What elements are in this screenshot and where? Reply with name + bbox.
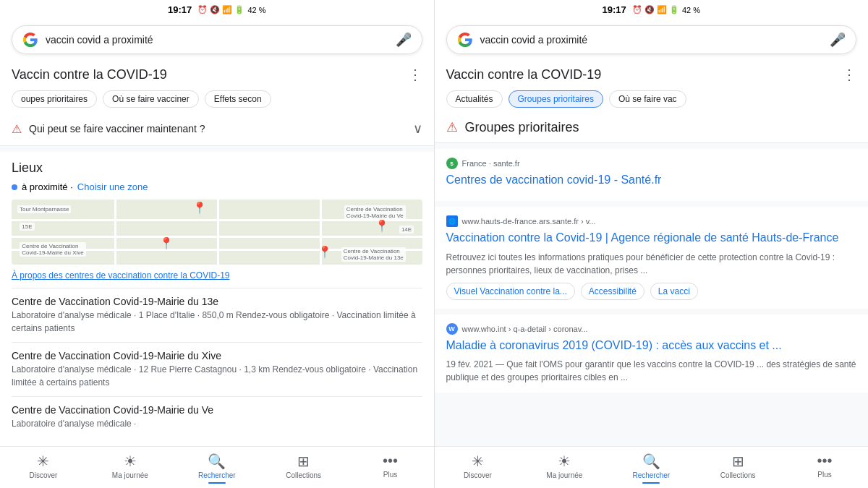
lieux-title-left: Lieux xyxy=(12,160,422,176)
sub-link-1[interactable]: Visuel Vaccination contre la... xyxy=(446,283,575,300)
sub-links-hauts: Visuel Vaccination contre la... Accessib… xyxy=(446,283,857,300)
google-logo-right xyxy=(457,32,473,48)
search-bar-left[interactable]: vaccin covid a proximité 🎤 xyxy=(12,25,422,54)
nav-discover-left[interactable]: ✳ Discover xyxy=(0,451,87,485)
search-bar-container-right: vaccin covid a proximité 🎤 xyxy=(435,20,869,60)
search-query-right[interactable]: vaccin covid a proximité xyxy=(480,34,823,46)
who-icon: W xyxy=(446,323,458,335)
chevron-icon-left: ∨ xyxy=(413,121,422,137)
result-source-sante: $ France · sante.fr xyxy=(446,158,857,169)
chip-vacciner-left[interactable]: Où se faire vacciner xyxy=(103,90,199,108)
chip-groupes-left[interactable]: oupes prioritaires xyxy=(12,90,97,108)
google-logo-left xyxy=(22,32,38,48)
map-label-14e: 14E xyxy=(399,226,414,234)
nav-underline-left xyxy=(208,482,226,484)
nav-underline-right xyxy=(642,482,660,484)
plus-label-left: Plus xyxy=(383,471,397,479)
map-link-left[interactable]: À propos des centres de vaccination cont… xyxy=(12,270,422,281)
sante-title[interactable]: Centres de vaccination covid-19 - Santé.… xyxy=(446,172,857,188)
who-domain: www.who.int › q-a-detail › coronav... xyxy=(462,325,588,333)
who-snippet: 19 fév. 2021 — Que fait l'OMS pour garan… xyxy=(446,358,857,384)
filter-chips-right: Actualités Groupes prioritaires Où se fa… xyxy=(435,86,869,112)
chip-groupes-right[interactable]: Groupes prioritaires xyxy=(509,90,603,108)
nav-rechercher-left[interactable]: 🔍 Rechercher xyxy=(174,451,260,485)
hauts-domain: www.hauts-de-france.ars.sante.fr › v... xyxy=(462,217,596,226)
left-phone-screen: 19:17 ⏰ 🔇 📶 🔋 42 % vaccin covid a proxim… xyxy=(0,0,434,488)
nav-plus-right[interactable]: ••• Plus xyxy=(781,451,868,485)
collections-label-right: Collections xyxy=(720,471,756,479)
nav-rechercher-right[interactable]: 🔍 Rechercher xyxy=(608,451,694,485)
map-pin-2: 📍 xyxy=(375,219,389,233)
location-name-xive: Centre de Vaccination Covid-19-Mairie du… xyxy=(12,350,422,361)
more-icon-left[interactable]: ⋮ xyxy=(408,66,422,83)
map-label-montparnasse: Tour Montparnasse xyxy=(17,205,71,213)
mic-icon-right[interactable]: 🎤 xyxy=(830,32,846,48)
nav-collections-right[interactable]: ⊞ Collections xyxy=(694,451,781,485)
main-content-right: ⚠ Groupes prioritaires $ France · sante.… xyxy=(435,112,869,446)
location-name-13e: Centre de Vaccination Covid-19-Mairie du… xyxy=(12,296,422,307)
location-item-xive[interactable]: Centre de Vaccination Covid-19-Mairie du… xyxy=(12,342,422,396)
map-pin-1: 📍 xyxy=(192,201,207,215)
nav-plus-left[interactable]: ••• Plus xyxy=(347,451,434,485)
chip-actualites-right[interactable]: Actualités xyxy=(446,90,503,108)
mic-icon-left[interactable]: 🎤 xyxy=(396,32,412,48)
location-detail-13e: Laboratoire d'analyse médicale · 1 Place… xyxy=(12,309,422,335)
status-icons-left: ⏰ 🔇 📶 🔋 42 % xyxy=(197,5,265,14)
time-left: 19:17 xyxy=(168,4,192,15)
sante-domain: France · sante.fr xyxy=(462,159,520,168)
search-query-left[interactable]: vaccin covid a proximité xyxy=(46,34,388,46)
nav-journee-left[interactable]: ☀ Ma journée xyxy=(87,451,174,485)
knowledge-header-left: Vaccin contre la COVID-19 ⋮ xyxy=(0,60,434,86)
lieux-subtitle-left: à proximité · Choisir une zone xyxy=(12,181,422,192)
more-icon-right[interactable]: ⋮ xyxy=(842,66,856,83)
hauts-snippet: Retrouvez ici toutes les informations pr… xyxy=(446,251,857,277)
knowledge-header-right: Vaccin contre la COVID-19 ⋮ xyxy=(435,60,869,86)
time-right: 19:17 xyxy=(603,4,626,15)
journee-label-right: Ma journée xyxy=(546,471,582,479)
sub-link-3[interactable]: La vacci xyxy=(650,283,698,300)
location-item-ve[interactable]: Centre de Vaccination Covid-19-Mairie du… xyxy=(12,396,422,437)
bottom-nav-right: ✳ Discover ☀ Ma journée 🔍 Rechercher ⊞ C… xyxy=(435,446,869,488)
rechercher-icon-left: 🔍 xyxy=(208,453,226,470)
discover-label-right: Discover xyxy=(464,471,492,479)
nav-discover-right[interactable]: ✳ Discover xyxy=(435,451,522,485)
sub-link-2[interactable]: Accessibilité xyxy=(581,283,644,300)
rechercher-label-right: Rechercher xyxy=(632,471,670,479)
choisir-zone-link[interactable]: Choisir une zone xyxy=(77,181,148,192)
map-label-15e: 15E xyxy=(20,223,34,231)
nav-collections-left[interactable]: ⊞ Collections xyxy=(260,451,347,485)
location-item-13e[interactable]: Centre de Vaccination Covid-19-Mairie du… xyxy=(12,288,422,342)
discover-icon-right: ✳ xyxy=(472,453,484,470)
journee-label-left: Ma journée xyxy=(112,471,148,479)
lieux-static-left: à proximité · xyxy=(22,181,73,192)
location-name-ve: Centre de Vaccination Covid-19-Mairie du… xyxy=(12,404,422,416)
map-pin-4: 📍 xyxy=(318,245,332,259)
who-title[interactable]: Maladie à coronavirus 2019 (COVID-19) : … xyxy=(446,338,857,354)
plus-label-right: Plus xyxy=(817,471,831,479)
blue-dot-left xyxy=(12,184,17,190)
lieux-section-left: Lieux à proximité · Choisir une zone T xyxy=(0,152,434,446)
warning-left: ⚠ Qui peut se faire vacciner maintenant … xyxy=(12,122,205,136)
filter-chips-left: oupes prioritaires Où se faire vacciner … xyxy=(0,86,434,112)
map-placeholder-left[interactable]: Tour Montparnasse 15E Centre de Vaccinat… xyxy=(12,200,422,265)
status-bar-right: 19:17 ⏰ 🔇 📶 🔋 42 % xyxy=(435,0,869,20)
groups-title-right: Groupes prioritaires xyxy=(465,120,579,135)
chip-vacciner-right[interactable]: Où se faire vac xyxy=(609,90,686,108)
chip-effets-left[interactable]: Effets secon xyxy=(205,90,271,108)
rechercher-icon-right: 🔍 xyxy=(642,453,660,470)
nav-journee-right[interactable]: ☀ Ma journée xyxy=(521,451,608,485)
discover-label-left: Discover xyxy=(30,471,58,479)
hauts-title[interactable]: Vaccination contre la Covid-19 | Agence … xyxy=(446,230,857,246)
location-detail-xive: Laboratoire d'analyse médicale · 12 Rue … xyxy=(12,363,422,389)
groups-triangle-right: ⚠ xyxy=(446,119,458,135)
warning-row-left[interactable]: ⚠ Qui peut se faire vacciner maintenant … xyxy=(0,112,434,145)
search-bar-right[interactable]: vaccin covid a proximité 🎤 xyxy=(446,25,857,54)
map-road-4 xyxy=(114,200,116,265)
location-detail-ve: Laboratoire d'analyse médicale · xyxy=(12,417,422,430)
map-road-5 xyxy=(217,200,219,265)
right-phone-screen: 19:17 ⏰ 🔇 📶 🔋 42 % vaccin covid a proxim… xyxy=(435,0,869,488)
result-source-who: W www.who.int › q-a-detail › coronav... xyxy=(446,323,857,335)
collections-icon-left: ⊞ xyxy=(297,453,310,470)
collections-icon-right: ⊞ xyxy=(732,453,744,470)
result-card-who: W www.who.int › q-a-detail › coronav... … xyxy=(435,314,869,393)
